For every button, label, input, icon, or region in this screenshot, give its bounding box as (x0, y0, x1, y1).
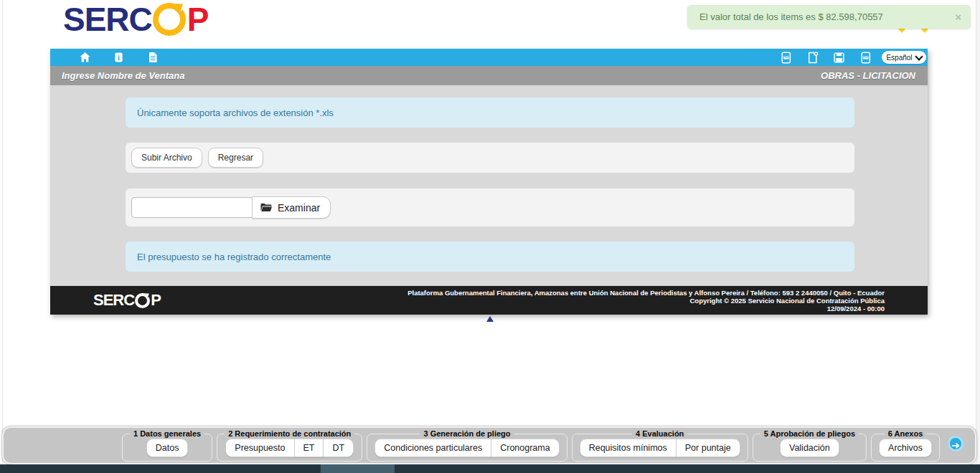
wizard-groups: 1 Datos generalesDatos2 Requerimiento de… (120, 428, 942, 462)
document-icon[interactable] (146, 52, 159, 64)
wizard-group-2: 2 Requerimiento de contrataciónPresupues… (217, 429, 362, 462)
top-toolbar: i PDF PDF Español (50, 49, 928, 66)
content-area: Únicamente soporta archivos de extensión… (50, 85, 928, 286)
wizard-group-3: 3 Generación de pliegoCondiciones partic… (367, 429, 567, 462)
upload-file-button[interactable]: Subir Archivo (131, 148, 202, 168)
file-path-input[interactable] (131, 197, 252, 218)
wizard-button-et[interactable]: ET (295, 439, 324, 457)
window-name-label: Ingrese Nombre de Ventana (62, 70, 184, 81)
info-icon[interactable]: i (113, 52, 125, 64)
window-bottom-edge-highlight (321, 464, 395, 473)
scrollbar-track[interactable] (976, 0, 980, 464)
wizard-group-legend: 5 Aprobación de pliegos (760, 429, 859, 438)
wizard-button-archivos[interactable]: Archivos (879, 439, 932, 457)
svg-text:PDF: PDF (783, 56, 789, 59)
wizard-button-validaci-n[interactable]: Validación (780, 439, 839, 457)
browse-button[interactable]: Examinar (252, 196, 331, 219)
toast-message: El valor total de los items es $ 82.598,… (699, 11, 883, 22)
wizard-button-datos[interactable]: Datos (146, 439, 189, 457)
wizard-button-condiciones-particulares[interactable]: Condiciones particulares (374, 439, 491, 457)
logo-loop-icon (135, 293, 150, 308)
wizard-steps-bar: 1 Datos generalesDatos2 Requerimiento de… (2, 426, 976, 464)
footer-sercop-logo: SERC P (93, 292, 161, 308)
file-picker-panel: Examinar (126, 188, 854, 226)
svg-text:PDF: PDF (863, 56, 869, 59)
save-icon[interactable] (833, 52, 845, 64)
logo-loop-icon (153, 3, 186, 36)
footer-copyright-line: Copyright © 2025 Servicio Nacional de Co… (407, 297, 885, 305)
footer: SERC P Plataforma Gubernamental Financie… (50, 286, 928, 315)
new-document-icon[interactable] (806, 52, 819, 64)
window-bottom-edge (0, 464, 980, 473)
main-window: i PDF PDF Español Ingrese Nombre de (50, 49, 928, 315)
language-select[interactable]: Español (882, 51, 926, 64)
sercop-logo: SERC P (63, 3, 209, 36)
wizard-group-1: 1 Datos generalesDatos (122, 429, 212, 462)
window-titlebar: Ingrese Nombre de Ventana OBRAS - LICITA… (50, 66, 928, 85)
actions-panel: Subir Archivo Regresar (126, 143, 854, 173)
wizard-group-legend: 3 Generación de pliego (420, 429, 514, 438)
wizard-group-4: 4 EvaluaciónRequisitos mínimosPor puntaj… (572, 429, 748, 462)
svg-text:i: i (118, 54, 120, 62)
export-pdf-icon[interactable]: PDF (780, 52, 792, 64)
folder-icon (260, 203, 272, 212)
close-icon[interactable]: × (955, 11, 961, 22)
back-button[interactable]: Regresar (208, 148, 263, 168)
footer-text: Plataforma Gubernamental Financiera, Ama… (407, 289, 885, 312)
wizard-group-legend: 6 Anexos (885, 429, 927, 438)
language-selected-label: Español (886, 54, 912, 62)
info-message-success: El presupuesto se ha registrado correcta… (126, 242, 854, 272)
wizard-group-legend: 4 Evaluación (632, 429, 687, 438)
wizard-button-dt[interactable]: DT (324, 439, 354, 457)
process-type-label: OBRAS - LICITACION (821, 70, 915, 81)
footer-date-line: 12/09/2024 - 00:00 (407, 305, 885, 312)
wizard-button-por-puntaje[interactable]: Por puntaje (677, 439, 740, 457)
chevron-down-icon (915, 52, 923, 60)
logo-text-suffix: P (187, 3, 209, 36)
wizard-button-presupuesto[interactable]: Presupuesto (225, 439, 294, 457)
wizard-button-cronograma[interactable]: Cronograma (491, 439, 559, 457)
info-message-extension: Únicamente soporta archivos de extensión… (126, 97, 854, 128)
wizard-button-requisitos-m-nimos[interactable]: Requisitos mínimos (580, 439, 677, 457)
scroll-top-arrow-icon[interactable] (486, 316, 494, 322)
wizard-group-5: 5 Aprobación de pliegosValidación (753, 429, 867, 462)
wizard-group-legend: 2 Requerimiento de contratación (225, 429, 354, 438)
wizard-group-legend: 1 Datos generales (130, 429, 204, 438)
footer-address-line: Plataforma Gubernamental Financiera, Ama… (407, 289, 885, 297)
next-step-button[interactable]: ➜ (948, 436, 963, 452)
total-value-toast: El valor total de los items es $ 82.598,… (687, 5, 971, 29)
window-left-edge (2, 0, 3, 464)
logo-text-prefix: SERC (63, 3, 152, 36)
home-icon[interactable] (79, 52, 91, 64)
wizard-group-6: 6 AnexosArchivos (871, 429, 940, 462)
export-pdf-icon[interactable]: PDF (859, 52, 872, 64)
browse-button-label: Examinar (278, 202, 320, 214)
